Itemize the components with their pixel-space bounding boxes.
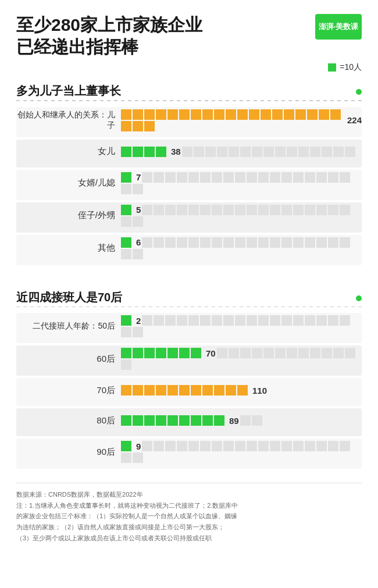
bar-container-90s: 9 (121, 441, 362, 463)
bar-square-bg (142, 315, 152, 326)
bar-label-son: 创始人和继承人的关系：儿子 (16, 110, 121, 131)
bar-squares-80s: 89 (121, 415, 262, 426)
bar-square (144, 385, 155, 395)
bar-square (121, 315, 131, 326)
bar-square (179, 385, 190, 395)
bar-square-bg (263, 147, 274, 157)
bar-square (214, 385, 224, 395)
bar-square (121, 172, 131, 183)
bar-square-bg (252, 348, 262, 358)
bar-square (121, 441, 131, 451)
bar-square (191, 415, 201, 426)
bar-square (226, 109, 236, 120)
bar-square-bg (316, 315, 327, 326)
bar-square (284, 109, 294, 120)
footer-line4: 为连结的家族；（2）该自然人或家族直接或间接是上市公司第一大股东； (16, 522, 362, 533)
bar-value-other: 6 (136, 237, 141, 247)
bar-square (237, 385, 248, 395)
bar-square (319, 109, 329, 120)
bar-square (156, 415, 166, 426)
bar-square-bg (133, 452, 143, 463)
bar-container-inlaw: 7 (121, 172, 362, 194)
bar-square (133, 121, 143, 131)
bar-square-bg (258, 315, 269, 326)
bar-square-bg (316, 441, 327, 451)
section1-title: 多为儿子当上董事长 (16, 83, 362, 101)
bar-container-other: 6 (121, 237, 362, 259)
table-row: 女儿 38 (16, 140, 362, 168)
bar-square-bg (154, 237, 164, 248)
bar-row-inlaw: 女婿/儿媳 7 (16, 172, 362, 194)
bar-square-bg (281, 205, 292, 215)
bar-label-daughter: 女儿 (16, 146, 121, 157)
bar-square (144, 348, 155, 358)
section2-title: 近四成接班人是70后 (16, 290, 362, 308)
section2: 近四成接班人是70后 二代接班人年龄：50后 2 (16, 290, 362, 469)
bar-square (202, 415, 213, 426)
bar-square-bg (305, 441, 315, 451)
bar-square-bg (247, 205, 257, 215)
bar-square-bg (165, 237, 176, 248)
bar-square (249, 109, 259, 120)
bar-square-bg (223, 315, 234, 326)
bar-squares-son (121, 109, 344, 131)
bar-square-bg (188, 315, 199, 326)
bar-square-bg (165, 172, 176, 183)
bar-square (121, 121, 131, 131)
bar-square-bg (252, 415, 262, 426)
bar-value-nephew: 5 (136, 205, 141, 215)
bar-square-bg (328, 441, 338, 451)
bar-square (202, 385, 213, 395)
bar-square (167, 385, 178, 395)
bar-square (179, 348, 190, 358)
bar-square-bg (247, 237, 257, 248)
footer: 数据来源：CNRDS数据库，数据截至2022年 注：1.当继承人角色变成董事长时… (16, 483, 362, 543)
bar-value-80s: 89 (229, 416, 239, 426)
bar-square-bg (121, 249, 131, 259)
bar-square-bg (305, 172, 315, 183)
footer-line1: 数据来源：CNRDS数据库，数据截至2022年 (16, 489, 362, 500)
bar-square (237, 109, 248, 120)
bar-square-bg (188, 441, 199, 451)
title-line2: 已经递出指挥棒 (16, 37, 138, 56)
bar-square-bg (275, 348, 286, 358)
bar-square-bg (340, 315, 350, 326)
bar-square-bg (240, 415, 251, 426)
table-row: 女婿/儿媳 7 (16, 170, 362, 200)
bar-square-bg (258, 237, 269, 248)
bar-square-bg (154, 205, 164, 215)
bar-square-bg (240, 348, 251, 358)
bar-label-70s: 70后 (16, 385, 121, 396)
bar-square-bg (235, 441, 245, 451)
bar-square-bg (177, 172, 187, 183)
bar-square (121, 415, 131, 426)
title-line1: 至少280家上市家族企业 (16, 15, 202, 34)
bar-square-bg (235, 237, 245, 248)
footer-line2: 注：1.当继承人角色变成董事长时，就将这种变动视为二代接班了；2.数据库中 (16, 500, 362, 511)
bar-square-bg (194, 147, 204, 157)
table-row: 侄子/外甥 5 (16, 202, 362, 233)
bar-square-bg (345, 147, 355, 157)
bar-container-son: 224 (121, 109, 362, 131)
bar-square-bg (270, 237, 280, 248)
bar-row-80s: 80后 89 (16, 411, 362, 430)
bar-square (167, 348, 178, 358)
table-row: 70后 110 (16, 378, 362, 406)
bar-square-bg (223, 441, 234, 451)
bar-square (272, 109, 283, 120)
bar-square-bg (142, 172, 152, 183)
bar-square (121, 205, 131, 215)
bar-square-bg (223, 237, 234, 248)
bar-square-bg (133, 249, 143, 259)
bar-value-inlaw: 7 (136, 172, 141, 182)
bar-square-bg (293, 172, 304, 183)
logo-badge: 澎湃·美数课 (315, 14, 362, 40)
bar-square-bg (121, 327, 131, 337)
bar-square-bg (229, 147, 239, 157)
bar-square-bg (328, 237, 338, 248)
bar-row-nephew: 侄子/外甥 5 (16, 205, 362, 227)
bar-label-inlaw: 女婿/儿媳 (16, 177, 121, 188)
bar-square-bg (340, 237, 350, 248)
bar-square (191, 348, 201, 358)
bar-square-bg (121, 184, 131, 194)
